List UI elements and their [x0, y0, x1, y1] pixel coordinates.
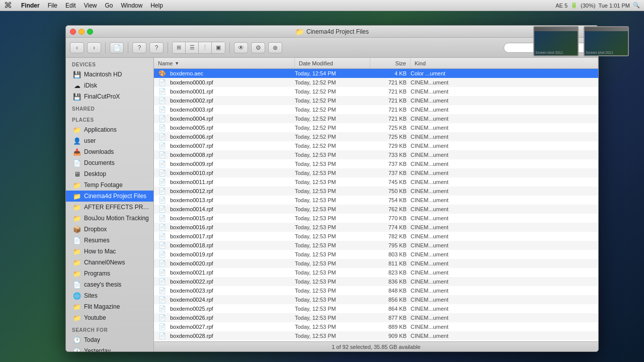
sidebar-item-flit-magazine[interactable]: 📁 Flit Magazine [66, 301, 153, 312]
table-row[interactable]: 📄 boxdemo0008.rpf Today, 12:53 PM 733 KB… [154, 150, 598, 159]
table-row[interactable]: 📄 boxdemo0027.rpf Today, 12:53 PM 889 KB… [154, 322, 598, 331]
menubar-edit[interactable]: Edit [61, 2, 80, 9]
sidebar-item-macintosh-hd[interactable]: 💾 Macintosh HD [66, 69, 153, 80]
file-date: Today, 12:53 PM [295, 197, 370, 203]
sidebar-item-resumes[interactable]: 📄 Resumes [66, 235, 153, 246]
table-row[interactable]: 📄 boxdemo0010.rpf Today, 12:53 PM 737 KB… [154, 168, 598, 177]
table-row[interactable]: 📄 boxdemo0005.rpf Today, 12:52 PM 725 KB… [154, 123, 598, 132]
table-row[interactable]: 📄 boxdemo0009.rpf Today, 12:53 PM 737 KB… [154, 159, 598, 168]
sidebar-item-today[interactable]: 🕐 Today [66, 334, 153, 345]
table-row[interactable]: 📄 boxdemo0025.rpf Today, 12:53 PM 864 KB… [154, 304, 598, 313]
file-kind: CINEM...ument [411, 233, 598, 239]
table-row[interactable]: 📄 boxdemo0026.rpf Today, 12:53 PM 877 KB… [154, 313, 598, 322]
table-row[interactable]: 📄 boxdemo0020.rpf Today, 12:53 PM 811 KB… [154, 259, 598, 268]
table-row[interactable]: 📄 boxdemo0014.rpf Today, 12:53 PM 762 KB… [154, 205, 598, 214]
table-row[interactable]: 📄 boxdemo0015.rpf Today, 12:53 PM 770 KB… [154, 214, 598, 223]
menubar-view[interactable]: View [80, 2, 101, 9]
file-kind: CINEM...ument [411, 170, 598, 176]
sidebar-item-yesterday[interactable]: 🕐 Yesterday [66, 345, 153, 351]
screenshot-thumb-1: Screen shot 2011 [533, 26, 579, 56]
table-row[interactable]: 📄 boxdemo0001.rpf Today, 12:52 PM 721 KB… [154, 87, 598, 96]
help-button-1[interactable]: ? [132, 42, 146, 53]
table-row[interactable]: 📄 boxdemo0007.rpf Today, 12:52 PM 729 KB… [154, 141, 598, 150]
sidebar-item-sites[interactable]: 🌐 Sites [66, 290, 153, 301]
sidebar-item-boujou[interactable]: 📁 BouJou Motion Tracking [66, 213, 153, 224]
table-row[interactable]: 📄 boxdemo0003.rpf Today, 12:52 PM 721 KB… [154, 105, 598, 114]
file-size: 774 KB [370, 224, 411, 230]
table-row[interactable]: 📄 boxdemo0018.rpf Today, 12:53 PM 795 KB… [154, 241, 598, 250]
table-row[interactable]: 📄 boxdemo0000.rpf Today, 12:52 PM 721 KB… [154, 78, 598, 87]
sidebar-youtube-label: Youtube [84, 314, 106, 321]
toolbar-sep-1 [105, 42, 106, 53]
sidebar-item-caseys-thesis[interactable]: 📄 casey's thesis [66, 279, 153, 290]
table-row[interactable]: 🎨 boxdemo.aec Today, 12:54 PM 4 KB Color… [154, 69, 598, 78]
view-list-button[interactable]: ☰ [186, 42, 199, 53]
file-kind: CINEM...ument [411, 161, 598, 167]
help-button-2[interactable]: ? [149, 42, 164, 53]
minimize-button[interactable] [78, 29, 85, 35]
table-row[interactable]: 📄 boxdemo0019.rpf Today, 12:53 PM 803 KB… [154, 250, 598, 259]
table-row[interactable]: 📄 boxdemo0006.rpf Today, 12:52 PM 725 KB… [154, 132, 598, 141]
table-row[interactable]: 📄 boxdemo0022.rpf Today, 12:53 PM 836 KB… [154, 277, 598, 286]
action-button[interactable]: ⊕ [268, 42, 282, 53]
table-row[interactable]: 📄 boxdemo0004.rpf Today, 12:52 PM 721 KB… [154, 114, 598, 123]
sidebar-channel0news-label: Channel0News [84, 259, 125, 266]
table-row[interactable]: 📄 boxdemo0028.rpf Today, 12:53 PM 909 KB… [154, 331, 598, 340]
menubar-finder[interactable]: Finder [17, 2, 44, 9]
toolbar-sep-3 [168, 42, 168, 53]
view-column-button[interactable]: ⋮ [199, 42, 212, 53]
col-header-name[interactable]: Name ▼ [154, 58, 295, 68]
table-row[interactable]: 📄 boxdemo0021.rpf Today, 12:53 PM 823 KB… [154, 268, 598, 277]
table-row[interactable]: 📄 boxdemo0013.rpf Today, 12:53 PM 754 KB… [154, 196, 598, 205]
col-header-size[interactable]: Size [370, 58, 411, 68]
table-row[interactable]: 📄 boxdemo0016.rpf Today, 12:53 PM 774 KB… [154, 223, 598, 232]
menubar-go[interactable]: Go [101, 2, 117, 9]
table-row[interactable]: 📄 boxdemo0017.rpf Today, 12:53 PM 782 KB… [154, 232, 598, 241]
sidebar-item-applications[interactable]: 📁 Applications [66, 124, 153, 135]
eye-button[interactable]: 👁 [234, 42, 248, 53]
file-kind: CINEM...ument [411, 269, 598, 276]
close-button[interactable] [70, 29, 76, 35]
sidebar-item-channel0news[interactable]: 📁 Channel0News [66, 257, 153, 268]
menubar-window[interactable]: Window [117, 2, 147, 9]
file-list[interactable]: 🎨 boxdemo.aec Today, 12:54 PM 4 KB Color… [154, 69, 598, 341]
sidebar-item-after-effects[interactable]: 📁 AFTER EFFECTS PROJECTS [66, 202, 153, 213]
desktop-thumbnails: Screen shot 2011 Screen shot 2011 [533, 26, 629, 56]
sidebar-item-user[interactable]: 👤 user [66, 135, 153, 146]
status-text: 1 of 92 selected, 35.85 GB available [332, 344, 421, 350]
sidebar-item-temp-footage[interactable]: 📁 Temp Footage [66, 179, 153, 191]
new-folder-button[interactable]: 📄 [110, 42, 124, 53]
youtube-icon: 📁 [73, 314, 81, 322]
sidebar-item-documents[interactable]: 📄 Documents [66, 157, 153, 168]
sidebar-item-idisk[interactable]: ☁ iDisk [66, 80, 153, 91]
menubar-search-icon[interactable]: 🔍 [633, 2, 640, 9]
sidebar-item-dropbox[interactable]: 📦 Dropbox [66, 224, 153, 235]
sidebar-item-downloads[interactable]: 📥 Downloads [66, 146, 153, 157]
col-header-date[interactable]: Date Modified [295, 58, 370, 68]
maximize-button[interactable] [87, 29, 93, 35]
table-row[interactable]: 📄 boxdemo0024.rpf Today, 12:53 PM 856 KB… [154, 295, 598, 304]
apple-menu[interactable]: ⌘ [4, 1, 12, 10]
col-header-kind[interactable]: Kind [411, 58, 598, 68]
file-date: Today, 12:53 PM [295, 170, 370, 176]
file-name: boxdemo0018.rpf [170, 242, 295, 248]
table-row[interactable]: 📄 boxdemo0012.rpf Today, 12:53 PM 750 KB… [154, 187, 598, 196]
sidebar-item-finalcutprox[interactable]: 💾 FinalCutProX [66, 91, 153, 102]
how-to-mac-icon: 📁 [73, 247, 81, 255]
sidebar-item-how-to-mac[interactable]: 📁 How to Mac [66, 246, 153, 257]
back-button[interactable]: ‹ [70, 42, 84, 53]
view-icon-button[interactable]: ⊞ [173, 42, 186, 53]
view-cover-button[interactable]: ▣ [212, 42, 225, 53]
column-headers: Name ▼ Date Modified Size Kind [154, 58, 598, 69]
table-row[interactable]: 📄 boxdemo0002.rpf Today, 12:52 PM 721 KB… [154, 96, 598, 105]
table-row[interactable]: 📄 boxdemo0023.rpf Today, 12:53 PM 848 KB… [154, 286, 598, 295]
menubar-file[interactable]: File [44, 2, 61, 9]
table-row[interactable]: 📄 boxdemo0011.rpf Today, 12:53 PM 745 KB… [154, 177, 598, 187]
menubar-help[interactable]: Help [146, 2, 167, 9]
sidebar-item-youtube[interactable]: 📁 Youtube [66, 312, 153, 323]
gear-button[interactable]: ⚙ [251, 42, 265, 53]
sidebar-item-programs[interactable]: 📁 Programs [66, 268, 153, 279]
sidebar-item-cinema4d[interactable]: 📁 Cinema4d Project Files [66, 191, 153, 202]
sidebar-item-desktop[interactable]: 🖥 Desktop [66, 168, 153, 179]
forward-button[interactable]: › [87, 42, 101, 53]
